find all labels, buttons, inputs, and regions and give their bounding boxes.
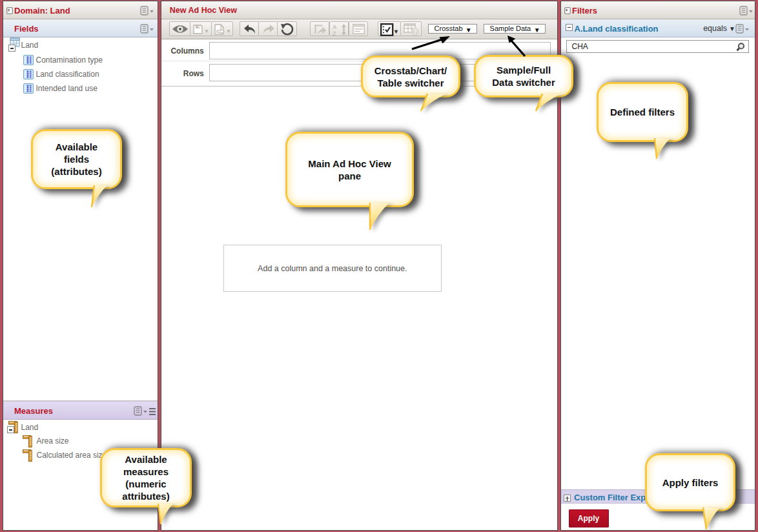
svg-text:?: ?	[413, 28, 416, 36]
svg-text:A: A	[333, 24, 337, 30]
svg-text:Z: Z	[333, 30, 336, 36]
